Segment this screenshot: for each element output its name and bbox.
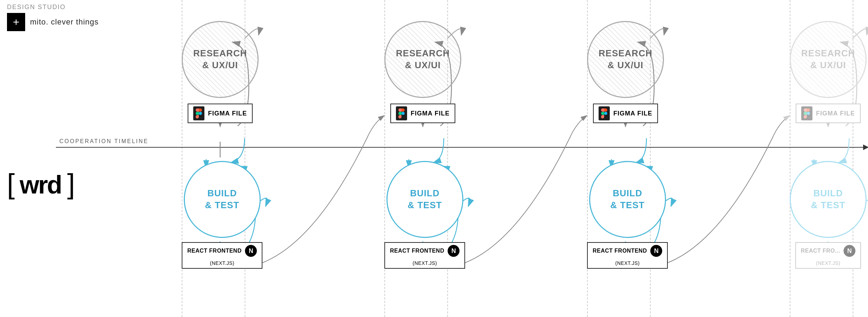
col2-research-circle: RESEARCH & UX/UI [384,21,461,98]
col3-build-label-line1: BUILD [613,188,642,199]
col1-research-label-line2: & UX/UI [202,59,238,71]
col2-figma-badge[interactable]: FIGMA FILE [390,104,455,123]
col3-build-container: BUILD & TEST REACT FRONTEND N (NEXT.JS) [587,161,668,269]
brand-name: mito. clever things [30,17,99,27]
col4-figma-badge[interactable]: FIGMA FILE [796,104,860,123]
col4-build-label-line2: & TEST [811,199,845,211]
brand-area: DESIGN STUDIO + mito. clever things [7,3,99,31]
col4-nextjs-icon: N [844,245,855,257]
col2-figma-icon [396,106,407,120]
col2-build-container: BUILD & TEST REACT FRONTEND N (NEXT.JS) [384,161,465,269]
col2-build-circle: BUILD & TEST [386,161,463,238]
col2-react-label-line2: (NEXT.JS) [413,260,437,266]
timeline-label: COOPERATION TIMELINE [59,138,149,145]
wrd-logo: [ wrd ] [7,168,74,200]
col1-build-circle: BUILD & TEST [184,161,261,238]
design-studio-label: DESIGN STUDIO [7,3,99,11]
col2-research-label-line2: & UX/UI [405,59,441,71]
col3-figma-label: FIGMA FILE [613,110,652,117]
col3-research-container: RESEARCH & UX/UI FIGMA FILE [587,21,664,123]
col2-build-label-line2: & TEST [407,199,442,211]
col2-nextjs-icon: N [448,245,460,257]
col2-research-label-line1: RESEARCH [396,48,450,59]
col4-research-label-line1: RESEARCH [801,48,855,59]
col1-react-label-line1: REACT FRONTEND [187,248,241,254]
col4-research-label-line2: & UX/UI [810,59,846,71]
col4-react-label-line1: REACT FRO... [801,248,840,254]
col1-react-badge[interactable]: REACT FRONTEND N (NEXT.JS) [182,242,262,269]
col2-react-badge[interactable]: REACT FRONTEND N (NEXT.JS) [384,242,465,269]
col3-research-label-line1: RESEARCH [599,48,652,59]
col4-react-badge[interactable]: REACT FRO... N (NEXT.JS) [795,242,861,269]
plus-icon: + [7,13,25,31]
col4-figma-icon [801,106,812,120]
col1-research-container: RESEARCH & UX/UI FIGMA FILE [182,21,259,123]
col1-build-container: BUILD & TEST REACT FRONTEND N (NEXT.JS) [182,161,262,269]
col2-react-label-line1: REACT FRONTEND [390,248,444,254]
wrd-text: wrd [20,171,67,199]
col3-nextjs-icon: N [650,245,662,257]
col2-research-container: RESEARCH & UX/UI FIGMA FILE [384,21,461,123]
col3-figma-badge[interactable]: FIGMA FILE [593,104,658,123]
col4-build-circle: BUILD & TEST [790,161,867,238]
col4-build-label-line1: BUILD [813,188,843,199]
col3-react-badge[interactable]: REACT FRONTEND N (NEXT.JS) [587,242,668,269]
col1-figma-icon [193,106,204,120]
col2-build-label-line1: BUILD [410,188,440,199]
col3-figma-icon [599,106,610,120]
col1-figma-label: FIGMA FILE [208,110,247,117]
col4-research-circle: RESEARCH & UX/UI [790,21,867,98]
col3-build-label-line2: & TEST [610,199,644,211]
col3-research-circle: RESEARCH & UX/UI [587,21,664,98]
col3-react-label-line2: (NEXT.JS) [615,260,640,266]
col4-research-container: RESEARCH & UX/UI FIGMA FILE [790,21,867,123]
col2-figma-label: FIGMA FILE [411,110,449,117]
col3-build-circle: BUILD & TEST [589,161,666,238]
col1-build-label-line1: BUILD [208,188,237,199]
col4-figma-label: FIGMA FILE [816,110,855,117]
col4-react-label-line2: (NEXT.JS) [816,260,840,266]
col1-build-label-line2: & TEST [205,199,239,211]
col1-nextjs-icon: N [245,245,257,257]
timeline-line [56,147,868,148]
col1-research-circle: RESEARCH & UX/UI [182,21,259,98]
col3-react-label-line1: REACT FRONTEND [593,248,647,254]
col3-research-label-line2: & UX/UI [608,59,643,71]
col1-figma-badge[interactable]: FIGMA FILE [188,104,252,123]
col1-research-label-line1: RESEARCH [193,48,247,59]
col4-build-container: BUILD & TEST REACT FRO... N (NEXT.JS) [790,161,867,269]
col1-react-label-line2: (NEXT.JS) [210,260,234,266]
